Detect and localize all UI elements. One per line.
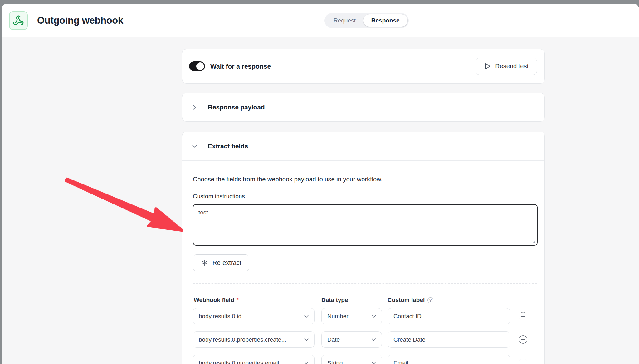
data-type-value: String [327, 360, 371, 364]
custom-label-value: Create Date [393, 336, 505, 343]
data-type-select[interactable]: Date [321, 331, 382, 348]
custom-label-header-label: Custom label [388, 297, 425, 304]
resend-test-label: Resend test [495, 63, 529, 70]
page-title: Outgoing webhook [37, 15, 123, 26]
webhook-field-header-label: Webhook field [194, 297, 234, 304]
webhook-field-value: body.results.0.properties.email [199, 360, 304, 364]
extract-fields-title: Extract fields [208, 142, 248, 150]
content-column: Wait for a response Resend test Response… [182, 37, 545, 364]
webhook-field-select[interactable]: body.results.0.id [193, 308, 315, 324]
wait-for-response-card: Wait for a response Resend test [182, 49, 545, 84]
data-type-value: Date [327, 336, 371, 343]
minus-circle-icon [521, 339, 525, 340]
chevron-down-icon [371, 337, 377, 342]
reextract-button[interactable]: Re-extract [193, 254, 249, 271]
tab-request[interactable]: Request [326, 14, 363, 27]
webhook-field-select[interactable]: body.results.0.properties.email [193, 355, 315, 364]
chevron-down-icon [304, 360, 309, 364]
response-payload-section-header[interactable]: Response payload [182, 93, 545, 122]
wait-for-response-label: Wait for a response [210, 63, 271, 70]
dashed-divider [193, 283, 537, 284]
column-header-data-type: Data type [321, 297, 382, 304]
custom-label-value: Contact ID [393, 313, 505, 320]
panel-header: Outgoing webhook Request Response [2, 4, 639, 37]
webhook-field-value: body.results.0.id [199, 313, 304, 320]
asterisk-icon [201, 259, 208, 266]
chevron-down-icon [371, 360, 377, 364]
chevron-down-icon [371, 314, 377, 319]
field-row-2: body.results.0.properties.create... Date… [193, 331, 537, 348]
custom-label-input[interactable]: Contact ID [388, 308, 510, 324]
chevron-right-icon [192, 104, 198, 110]
custom-instructions-wrapper: test [193, 204, 538, 246]
webhook-app-icon-box [9, 11, 28, 30]
data-type-select[interactable]: String [321, 355, 382, 364]
extract-fields-section-header[interactable]: Extract fields [182, 132, 544, 161]
webhook-detail-panel: Outgoing webhook Request Response Wait f… [2, 4, 639, 364]
minus-circle-icon [521, 316, 525, 317]
chevron-down-icon [192, 143, 198, 149]
extract-fields-card: Extract fields Choose the fields from th… [182, 132, 545, 364]
reextract-label: Re-extract [212, 259, 241, 266]
webhook-icon [13, 15, 24, 26]
custom-instructions-label: Custom instructions [193, 193, 537, 200]
webhook-field-select[interactable]: body.results.0.properties.create... [193, 331, 315, 348]
required-asterisk: * [236, 297, 238, 304]
toggle-knob [196, 62, 204, 70]
remove-row-button[interactable] [519, 359, 527, 364]
field-row-1: body.results.0.id Number Contact ID [193, 308, 537, 324]
resize-handle-icon[interactable] [531, 239, 535, 243]
remove-row-button[interactable] [519, 312, 527, 320]
field-rows: body.results.0.id Number Contact ID [193, 308, 537, 364]
extract-description: Choose the fields from the webhook paylo… [193, 176, 537, 183]
minus-circle-icon [521, 363, 525, 363]
chevron-down-icon [304, 314, 309, 319]
custom-label-input[interactable]: Email [388, 355, 510, 364]
data-type-header-label: Data type [321, 297, 348, 304]
tab-response[interactable]: Response [363, 14, 407, 27]
help-icon[interactable]: ? [427, 297, 433, 303]
data-type-value: Number [327, 313, 371, 320]
column-header-custom-label: Custom label ? [388, 297, 510, 304]
play-icon [484, 63, 491, 70]
custom-label-value: Email [393, 360, 505, 364]
chevron-down-icon [304, 337, 309, 342]
custom-label-input[interactable]: Create Date [388, 331, 510, 348]
data-type-select[interactable]: Number [321, 308, 382, 324]
extract-fields-body: Choose the fields from the webhook paylo… [182, 176, 544, 364]
remove-row-button[interactable] [519, 335, 527, 344]
wait-for-response-toggle[interactable] [189, 61, 205, 71]
request-response-switcher: Request Response [324, 13, 409, 28]
panel-content: Wait for a response Resend test Response… [2, 37, 639, 364]
column-header-webhook-field: Webhook field * [193, 297, 315, 304]
response-payload-title: Response payload [208, 103, 265, 111]
field-table-header: Webhook field * Data type Custom label ? [193, 297, 537, 304]
webhook-field-value: body.results.0.properties.create... [199, 336, 304, 343]
field-row-3: body.results.0.properties.email String E… [193, 355, 537, 364]
resend-test-button[interactable]: Resend test [476, 58, 537, 75]
custom-instructions-textarea[interactable]: test [193, 204, 538, 246]
